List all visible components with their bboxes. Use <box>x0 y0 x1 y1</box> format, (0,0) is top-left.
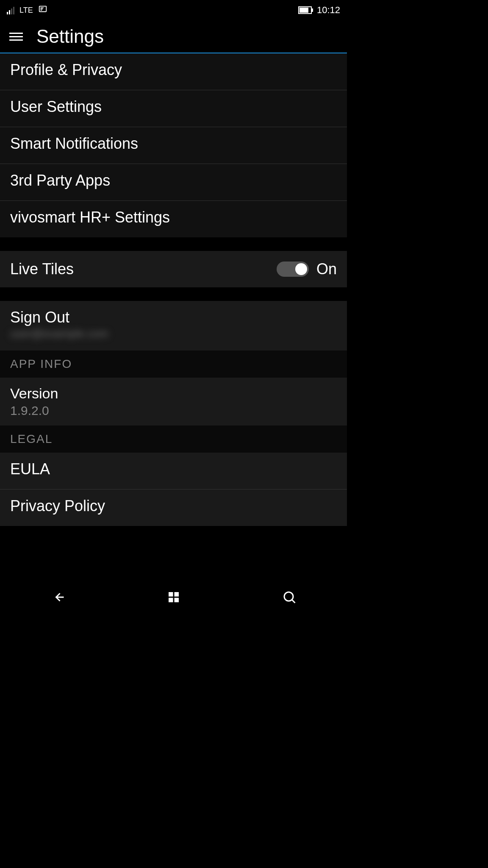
back-button[interactable] <box>46 585 70 611</box>
svg-rect-7 <box>169 598 173 603</box>
settings-content: Profile & Privacy User Settings Smart No… <box>0 53 347 526</box>
network-type-label: LTE <box>19 6 33 15</box>
clock-time: 10:12 <box>317 5 340 16</box>
notification-icon <box>38 5 47 16</box>
live-tiles-state: On <box>316 260 337 278</box>
legal-item-eula[interactable]: EULA <box>0 453 347 490</box>
home-button[interactable] <box>162 585 186 611</box>
live-tiles-label: Live Tiles <box>10 260 74 278</box>
section-gap <box>0 237 347 251</box>
settings-item-device-settings[interactable]: vivosmart HR+ Settings <box>0 201 347 237</box>
app-info-header: APP INFO <box>0 351 347 378</box>
settings-item-smart-notifications[interactable]: Smart Notifications <box>0 127 347 164</box>
status-right: 10:12 <box>298 5 340 16</box>
live-tiles-toggle-row: Live Tiles On <box>0 251 347 287</box>
status-left: LTE <box>7 5 47 16</box>
section-gap <box>0 287 347 301</box>
signal-icon <box>7 6 14 14</box>
version-label: Version <box>10 385 337 402</box>
battery-icon <box>298 6 312 14</box>
live-tiles-toggle[interactable] <box>277 262 309 277</box>
settings-item-profile-privacy[interactable]: Profile & Privacy <box>0 53 347 90</box>
search-button[interactable] <box>277 585 301 611</box>
status-bar: LTE 10:12 <box>0 0 347 20</box>
legal-item-privacy-policy[interactable]: Privacy Policy <box>0 490 347 526</box>
toggle-right: On <box>277 260 337 278</box>
menu-icon[interactable] <box>9 33 23 41</box>
sign-out-item[interactable]: Sign Out user@example.com <box>0 301 347 351</box>
navigation-bar <box>0 579 347 617</box>
legal-header: LEGAL <box>0 426 347 453</box>
svg-rect-5 <box>169 592 173 597</box>
app-header: Settings <box>0 20 347 53</box>
settings-item-user-settings[interactable]: User Settings <box>0 90 347 127</box>
settings-item-third-party-apps[interactable]: 3rd Party Apps <box>0 164 347 201</box>
sign-out-label: Sign Out <box>10 309 337 326</box>
toggle-knob <box>295 263 307 275</box>
sign-out-subtitle: user@example.com <box>10 327 337 340</box>
svg-line-10 <box>292 600 295 603</box>
page-title: Settings <box>36 26 104 47</box>
svg-point-9 <box>284 592 293 601</box>
svg-rect-8 <box>174 598 179 603</box>
version-value: 1.9.2.0 <box>10 403 337 418</box>
version-item: Version 1.9.2.0 <box>0 378 347 426</box>
svg-rect-6 <box>174 592 179 597</box>
